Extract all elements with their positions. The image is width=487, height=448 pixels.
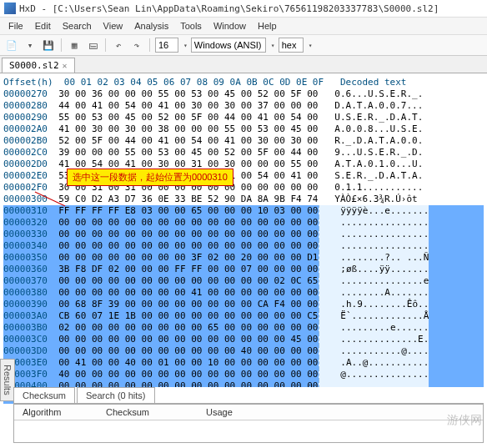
decoded-text[interactable]: ........?.. ...Ñ	[319, 252, 429, 264]
menu-edit[interactable]: Edit	[30, 19, 56, 33]
menu-search[interactable]: Search	[58, 19, 97, 33]
hex-row[interactable]: 00000350 00 00 00 00 00 00 00 00 3F 02 0…	[3, 252, 484, 264]
file-tab[interactable]: S0000.sl2 ✕	[2, 58, 75, 73]
hex-bytes[interactable]: 00 00 00 00 00 00 00 00 00 00 00 00 00 0…	[48, 334, 319, 345]
decoded-text[interactable]: A.0.0.8...U.S.E.	[319, 123, 424, 134]
menu-tools[interactable]: Tools	[175, 19, 207, 33]
hex-row[interactable]: 00000330 00 00 00 00 00 00 00 00 00 00 0…	[3, 229, 484, 240]
hex-bytes[interactable]: 00 00 00 00 00 00 00 00 00 00 00 00 00 0…	[48, 240, 319, 251]
hex-bytes[interactable]: 00 00 00 00 00 00 00 00 00 00 00 00 00 0…	[48, 275, 319, 286]
decoded-text[interactable]: 0.6...U.S.E.R._.	[319, 88, 424, 99]
menu-help[interactable]: Help	[253, 19, 282, 33]
open-arrow-icon[interactable]: ▾	[23, 38, 38, 53]
hex-row[interactable]: 000003C0 00 00 00 00 00 00 00 00 00 00 0…	[3, 334, 484, 345]
undo-icon[interactable]: ↶	[111, 38, 126, 53]
encoding-select[interactable]	[191, 38, 266, 53]
hex-row[interactable]: 00000370 00 00 00 00 00 00 00 00 00 00 0…	[3, 275, 484, 287]
decoded-text[interactable]: @...............	[319, 369, 429, 380]
hex-bytes[interactable]: 00 00 00 00 00 00 00 00 00 00 00 00 00 0…	[48, 229, 319, 239]
hex-row[interactable]: 000003E0 00 41 00 00 40 00 01 00 00 10 0…	[3, 357, 484, 369]
memory-icon[interactable]: ▦	[67, 38, 82, 53]
hex-row[interactable]: 00000380 00 00 00 00 00 00 00 00 41 00 0…	[3, 287, 484, 299]
offset-cell: 000003B0	[3, 322, 48, 333]
hex-bytes[interactable]: 00 68 8F 39 00 00 00 00 00 00 00 00 CA F…	[48, 299, 319, 310]
hex-bytes[interactable]: 44 00 41 00 54 00 41 00 30 00 30 00 37 0…	[48, 100, 319, 111]
hex-row[interactable]: 000003B0 02 00 00 00 00 00 00 00 00 65 0…	[3, 322, 484, 334]
decoded-text[interactable]: ÿÿÿÿè...e.......	[319, 205, 429, 217]
new-file-icon[interactable]: 📄	[4, 38, 19, 53]
hex-row[interactable]: 00000340 00 00 00 00 00 00 00 00 00 00 0…	[3, 240, 484, 252]
hex-row[interactable]: 00000360 3B F8 DF 02 00 00 00 FF FF 00 0…	[3, 264, 484, 275]
hex-bytes[interactable]: 00 00 00 00 00 00 00 00 00 00 00 00 00 0…	[48, 217, 319, 228]
hex-row[interactable]: 000003A0 CB 60 07 1E 1B 00 00 00 00 00 0…	[3, 310, 484, 322]
decoded-text[interactable]: .........e......	[319, 322, 429, 334]
mode-dropdown-icon[interactable]	[307, 42, 313, 49]
decoded-text[interactable]: S.E.R._.D.A.T.A.	[319, 170, 424, 181]
decoded-text[interactable]: 0.1.1...........	[319, 182, 424, 193]
menu-window[interactable]: Window	[208, 19, 251, 33]
decoded-text[interactable]: 9...U.S.E.R._.D.	[319, 147, 424, 158]
hex-bytes[interactable]: 52 00 5F 00 44 00 41 00 54 00 41 00 30 0…	[48, 135, 319, 146]
col-usage[interactable]: Usage	[198, 405, 298, 420]
decoded-text[interactable]: ...........@....	[319, 345, 429, 357]
hex-row[interactable]: 000003D0 00 00 00 00 00 00 00 00 00 00 0…	[3, 345, 484, 357]
decoded-text[interactable]: .h.9........Êô..	[319, 299, 429, 310]
close-icon[interactable]: ✕	[63, 61, 68, 70]
tab-search[interactable]: Search (0 hits)	[77, 387, 155, 403]
hex-bytes[interactable]: 41 00 30 00 30 00 38 00 00 00 55 00 53 0…	[48, 123, 319, 134]
hex-row[interactable]: 000002B0 52 00 5F 00 44 00 41 00 54 00 4…	[3, 135, 484, 147]
decoded-text[interactable]: R._.D.A.T.A.0.0.	[319, 135, 424, 146]
hex-row[interactable]: 00000310 FF FF FF FF E8 03 00 00 65 00 0…	[3, 205, 484, 217]
decoded-text[interactable]: U.S.E.R._.D.A.T.	[319, 112, 424, 123]
mode-select[interactable]	[279, 38, 304, 53]
decoded-text[interactable]: ..............E.	[319, 334, 429, 345]
hex-row[interactable]: 000002C0 39 00 00 00 55 00 53 00 45 00 5…	[3, 147, 484, 159]
decoded-text[interactable]: ................	[319, 217, 429, 229]
disk-icon[interactable]: 🖴	[85, 38, 100, 53]
offset-cell: 00000310	[3, 205, 48, 216]
menu-view[interactable]: View	[98, 19, 128, 33]
hex-bytes[interactable]: 55 00 53 00 45 00 52 00 5F 00 44 00 41 0…	[48, 112, 319, 123]
decoded-text[interactable]: A.T.A.0.1.0...U.	[319, 159, 424, 169]
hex-row[interactable]: 00000320 00 00 00 00 00 00 00 00 00 00 0…	[3, 217, 484, 229]
redo-icon[interactable]: ↷	[129, 38, 144, 53]
hex-bytes[interactable]: 00 00 00 00 00 00 00 00 00 00 00 40 00 0…	[48, 345, 319, 356]
menu-analysis[interactable]: Analysis	[129, 19, 173, 33]
decoded-text[interactable]: Ë`.............Å	[319, 310, 429, 322]
tab-checksum[interactable]: Checksum	[13, 387, 75, 403]
columns-input[interactable]	[155, 38, 178, 53]
hex-row[interactable]: 00000280 44 00 41 00 54 00 41 00 30 00 3…	[3, 100, 484, 112]
hex-bytes[interactable]: 00 00 00 00 00 00 00 00 3F 02 00 20 00 0…	[48, 252, 319, 263]
decoded-text[interactable]: ................	[319, 240, 429, 252]
hex-row[interactable]: 00000390 00 68 8F 39 00 00 00 00 00 00 0…	[3, 299, 484, 310]
decoded-text[interactable]: .A..@...........	[319, 357, 429, 369]
decoded-text[interactable]: ........A.......	[319, 287, 429, 299]
hex-row[interactable]: 00000300 59 C0 D2 A3 D7 36 0E 33 BE 52 9…	[3, 194, 484, 205]
hex-bytes[interactable]: 30 00 36 00 00 00 55 00 53 00 45 00 52 0…	[48, 88, 319, 99]
decoded-text[interactable]: ;øß....ÿÿ.......	[319, 264, 429, 275]
hex-row[interactable]: 000002A0 41 00 30 00 30 00 38 00 00 00 5…	[3, 123, 484, 135]
decoded-text[interactable]: ...............e	[319, 275, 429, 287]
col-checksum[interactable]: Checksum	[98, 405, 198, 420]
hex-bytes[interactable]: 39 00 00 00 55 00 53 00 45 00 52 00 5F 0…	[48, 147, 319, 158]
decoded-text[interactable]: ................	[319, 229, 429, 240]
hex-bytes[interactable]: 00 41 00 00 40 00 01 00 00 10 00 00 00 0…	[48, 357, 319, 368]
hex-bytes[interactable]: 40 00 00 00 00 00 00 00 00 00 00 00 00 0…	[48, 369, 319, 380]
columns-dropdown-icon[interactable]	[182, 42, 188, 49]
hex-bytes[interactable]: 59 C0 D2 A3 D7 36 0E 33 BE 52 90 DA 8A 9…	[48, 194, 319, 204]
hex-row[interactable]: 000003F0 40 00 00 00 00 00 00 00 00 00 0…	[3, 369, 484, 380]
col-algorithm[interactable]: Algorithm	[14, 405, 98, 420]
hex-row[interactable]: 00000270 30 00 36 00 00 00 55 00 53 00 4…	[3, 88, 484, 100]
hex-bytes[interactable]: CB 60 07 1E 1B 00 00 00 00 00 00 00 00 0…	[48, 310, 319, 321]
hex-bytes[interactable]: 00 00 00 00 00 00 00 00 41 00 00 00 00 0…	[48, 287, 319, 298]
menu-file[interactable]: File	[3, 19, 28, 33]
hex-bytes[interactable]: 02 00 00 00 00 00 00 00 00 65 00 00 00 0…	[48, 322, 319, 333]
decoded-text[interactable]: YÀÒ£×6.3¾R.Ú›ôt	[319, 194, 418, 204]
save-icon[interactable]: 💾	[41, 38, 56, 53]
hex-bytes[interactable]: FF FF FF FF E8 03 00 00 65 00 00 00 10 0…	[48, 205, 319, 216]
hex-row[interactable]: 00000290 55 00 53 00 45 00 52 00 5F 00 4…	[3, 112, 484, 123]
hex-bytes[interactable]: 3B F8 DF 02 00 00 00 FF FF 00 00 07 00 0…	[48, 264, 319, 274]
hex-editor[interactable]: 选中这一段数据，起始位置为0000310 Offset(h) 00 01 02 …	[0, 73, 487, 407]
decoded-text[interactable]: D.A.T.A.0.0.7...	[319, 100, 424, 111]
encoding-dropdown-icon[interactable]	[269, 42, 275, 49]
